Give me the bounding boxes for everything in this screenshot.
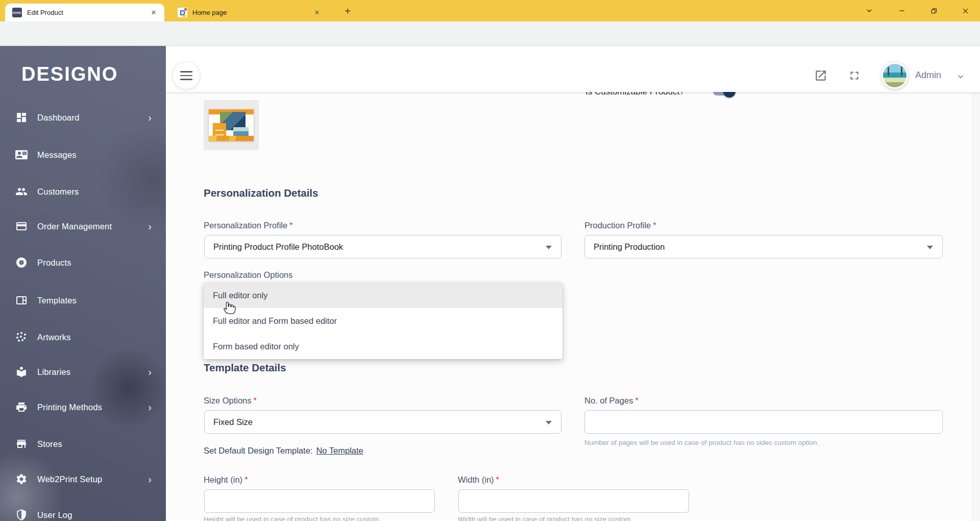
sidebar-item-user-log[interactable]: User Log <box>0 503 166 521</box>
main-content: Is Customizable Product? Personalization… <box>166 46 980 521</box>
size-options-label: Size Options* <box>204 396 257 406</box>
templates-icon <box>15 294 28 306</box>
gear-icon <box>15 473 28 485</box>
orders-icon <box>15 220 28 232</box>
chevron-right-icon: › <box>148 401 152 413</box>
chevron-down-icon <box>546 246 552 249</box>
required-asterisk: * <box>653 221 656 230</box>
sidebar-item-messages[interactable]: Messages <box>0 143 166 167</box>
production-profile-label: Production Profile* <box>584 221 656 230</box>
template-details-heading: Template Details <box>204 362 286 374</box>
browser-toolbar: stagingdemo.designo.software/app/product… <box>0 21 980 46</box>
new-tab-button[interactable]: + <box>341 5 354 18</box>
chevron-down-icon <box>927 246 933 249</box>
chevron-down-icon <box>546 421 552 424</box>
personalization-options-dropdown: Full editor only Full editor and Form ba… <box>204 282 562 359</box>
dgno-favicon: DGNO <box>12 8 22 17</box>
printer-icon <box>15 401 28 413</box>
sidebar-item-artworks[interactable]: Artworks <box>0 325 166 349</box>
libraries-icon <box>15 366 28 378</box>
required-asterisk: * <box>496 475 499 484</box>
dropdown-option-form-based-only[interactable]: Form based editor only <box>204 334 562 359</box>
personalization-profile-label: Personalization Profile* <box>204 221 293 230</box>
maximize-button[interactable] <box>922 0 945 21</box>
products-icon <box>15 256 28 269</box>
browser-tab-edit-product[interactable]: DGNO Edit Product ✕ <box>5 4 164 21</box>
height-label: Height (in)* <box>204 475 248 485</box>
close-window-button[interactable] <box>953 0 977 21</box>
admin-user-label[interactable]: Admin <box>915 70 941 81</box>
chevron-right-icon: › <box>148 112 152 124</box>
dropdown-option-full-and-form-editor[interactable]: Full editor and Form based editor <box>204 308 562 334</box>
required-asterisk: * <box>244 475 248 484</box>
designo-logo: DESIGNO <box>21 63 118 85</box>
required-asterisk: * <box>635 396 638 405</box>
browser-tab-home-page[interactable]: D Home page ✕ <box>172 4 328 21</box>
tab-search-icon[interactable] <box>857 0 881 21</box>
pages-helper-text: Number of pages will be used in case of … <box>584 439 819 446</box>
product-thumbnail <box>204 100 259 150</box>
minimize-button[interactable] <box>890 0 914 21</box>
size-options-select[interactable]: Fixed Size <box>204 410 561 434</box>
required-asterisk: * <box>254 396 257 405</box>
sidebar-item-products[interactable]: Products <box>0 250 166 275</box>
no-of-pages-label: No. of Pages* <box>584 396 639 406</box>
tab-close-icon[interactable]: ✕ <box>312 8 322 17</box>
required-asterisk: * <box>289 221 292 230</box>
width-helper-text: Width will be used in case of product ha… <box>458 515 630 521</box>
sidebar-item-stores[interactable]: Stores <box>0 432 166 456</box>
height-input[interactable] <box>204 489 435 513</box>
height-helper-text: Height will be used in case of product h… <box>204 515 379 521</box>
shield-icon <box>15 509 28 521</box>
storefront-icon <box>15 438 28 450</box>
photobook-cover-image <box>209 109 254 141</box>
sidebar-item-customers[interactable]: Customers <box>0 179 166 204</box>
tab-close-icon[interactable]: ✕ <box>149 8 158 17</box>
set-default-template-row: Set Default Design Template:No Template <box>204 446 363 456</box>
sidebar-item-web2print-setup[interactable]: Web2Print Setup › <box>0 467 166 491</box>
browser-tab-bar: DGNO Edit Product ✕ D Home page ✕ + <box>0 0 980 21</box>
open-in-new-icon[interactable] <box>814 69 827 82</box>
dashboard-icon <box>15 111 28 124</box>
personalization-options-label: Personalization Options <box>204 270 292 280</box>
dropdown-option-full-editor-only[interactable]: Full editor only <box>204 282 562 308</box>
messages-icon <box>15 149 28 161</box>
no-template-link[interactable]: No Template <box>316 446 363 455</box>
user-avatar[interactable] <box>881 62 908 89</box>
artworks-icon <box>15 331 28 343</box>
scrollbar[interactable] <box>972 46 980 521</box>
no-of-pages-input[interactable] <box>584 410 943 434</box>
tab-title: Edit Product <box>27 9 149 16</box>
sidebar-item-order-management[interactable]: Order Management › <box>0 214 166 239</box>
chevron-down-icon[interactable] <box>956 72 965 81</box>
width-label: Width (in)* <box>458 475 499 485</box>
sidebar-item-dashboard[interactable]: Dashboard › <box>0 105 166 130</box>
personalization-details-heading: Personalization Details <box>204 187 318 199</box>
production-profile-select[interactable]: Printing Production <box>584 235 943 258</box>
home-favicon: D <box>178 8 187 17</box>
chevron-right-icon: › <box>148 221 152 232</box>
menu-hamburger-button[interactable] <box>173 62 200 89</box>
app-sidebar: DESIGNO Dashboard › Messages Customers O… <box>0 46 166 521</box>
personalization-profile-select[interactable]: Printing Product Profile PhotoBook <box>204 235 561 258</box>
tab-title: Home page <box>192 9 312 16</box>
sidebar-item-templates[interactable]: Templates <box>0 288 166 313</box>
width-input[interactable] <box>458 489 689 513</box>
chevron-right-icon: › <box>148 473 152 485</box>
fullscreen-icon[interactable] <box>848 69 861 82</box>
sidebar-item-libraries[interactable]: Libraries › <box>0 360 166 384</box>
customers-icon <box>15 185 28 198</box>
sidebar-item-printing-methods[interactable]: Printing Methods › <box>0 395 166 419</box>
mouse-cursor-pointer <box>221 300 236 315</box>
chevron-right-icon: › <box>148 366 152 378</box>
